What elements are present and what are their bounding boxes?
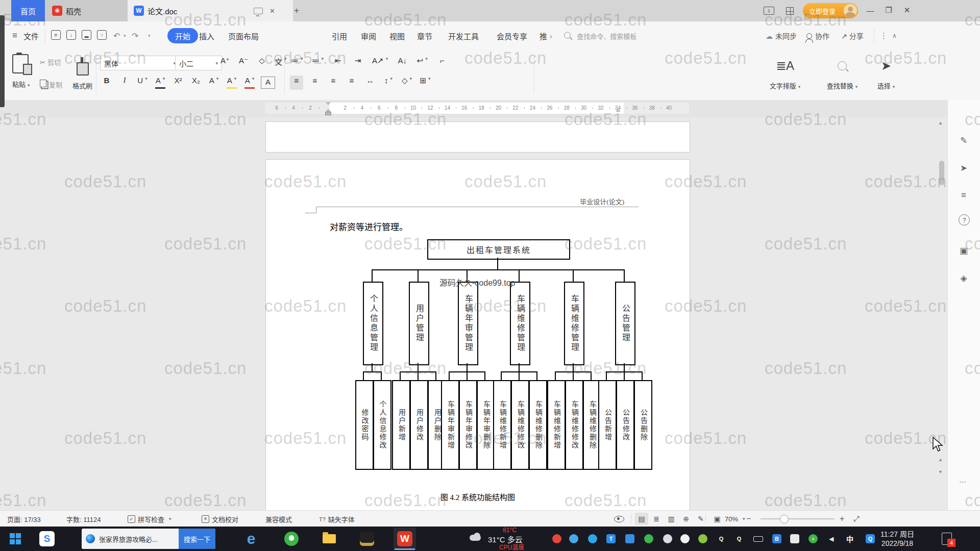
text-effects-icon[interactable]: A↗▾ bbox=[371, 56, 389, 70]
command-search[interactable]: 查找命令、搜索模板 bbox=[564, 31, 636, 41]
restore-button[interactable]: ❐ bbox=[880, 0, 897, 20]
vertical-scrollbar[interactable] bbox=[939, 161, 944, 185]
sogou-input-app[interactable]: S bbox=[36, 528, 58, 550]
undo-caret-icon[interactable]: ▾ bbox=[124, 33, 126, 38]
borders-icon[interactable]: ⊞▾ bbox=[419, 76, 432, 90]
page-up-icon[interactable]: ▲ bbox=[938, 457, 943, 462]
menu-item-7[interactable]: 开发工具 bbox=[448, 31, 479, 41]
document-canvas[interactable]: 毕业设计(论文) 对薪资等进行管理。 出租车管理系统个人信息管理修改密码个人信息… bbox=[0, 117, 947, 510]
sort-icon[interactable]: A↓ bbox=[396, 56, 409, 70]
missing-fonts-button[interactable]: 缺失字体 bbox=[319, 511, 355, 527]
copy-button[interactable]: 复制 bbox=[40, 80, 62, 89]
distribute-icon[interactable]: ↔ bbox=[363, 76, 377, 90]
zoom-in-button[interactable]: + bbox=[840, 511, 844, 527]
monitor-icon[interactable] bbox=[254, 8, 263, 14]
tray-qq-icon[interactable]: Q bbox=[717, 534, 726, 543]
subscript-icon[interactable]: X₂ bbox=[189, 76, 203, 90]
window-switch-icon[interactable]: 1 bbox=[764, 7, 774, 15]
tray-bluetooth-icon[interactable]: B bbox=[772, 534, 781, 543]
menu-item-8[interactable]: 会员专享 bbox=[497, 31, 527, 41]
text-layout-button[interactable]: ≣A 文字排版▾ bbox=[766, 55, 804, 90]
tab-home[interactable]: 首页 bbox=[11, 0, 45, 21]
right-indent-marker[interactable] bbox=[616, 109, 621, 112]
menu-item-start-active[interactable]: 开始 bbox=[167, 28, 198, 43]
font-size-select[interactable]: 小二▾ bbox=[175, 56, 222, 70]
tray-tim-icon[interactable]: T bbox=[606, 534, 616, 543]
undo-icon[interactable]: ↶ bbox=[113, 31, 120, 41]
print-preview-icon[interactable] bbox=[97, 30, 107, 41]
export-icon[interactable] bbox=[66, 30, 76, 41]
zoom-value[interactable]: 70%▾ bbox=[725, 511, 745, 527]
tray-shield-icon[interactable] bbox=[625, 534, 634, 543]
print-icon[interactable] bbox=[82, 30, 91, 41]
bookmark-tool-icon[interactable]: ◈ bbox=[955, 269, 972, 287]
bold-icon[interactable]: B bbox=[100, 76, 113, 90]
menu-item-4[interactable]: 审阅 bbox=[361, 31, 376, 41]
tray-green-app-icon[interactable] bbox=[644, 534, 653, 543]
fit-page-button[interactable]: ▣ bbox=[710, 511, 724, 527]
wrap-icon[interactable]: ↩▾ bbox=[415, 56, 429, 70]
cut-button[interactable]: ✂剪切 bbox=[40, 57, 61, 67]
tray-qq2-icon[interactable]: Q bbox=[734, 534, 744, 543]
green-browser-app[interactable] bbox=[280, 528, 303, 550]
ie-browser-app[interactable]: e bbox=[240, 528, 262, 550]
minimize-button[interactable]: — bbox=[862, 0, 879, 20]
collapsed-side-handle[interactable] bbox=[0, 15, 5, 107]
word-count[interactable]: 字数: 11124 bbox=[66, 511, 101, 527]
bullets-icon[interactable]: ≔▾ bbox=[290, 56, 304, 70]
justify-icon[interactable]: ≡ bbox=[345, 76, 358, 90]
menu-item-6[interactable]: 章节 bbox=[417, 31, 432, 41]
sync-status[interactable]: ☁未同步 bbox=[766, 31, 797, 41]
spell-check-toggle[interactable]: 拼写检查▾ bbox=[128, 511, 172, 527]
menu-item-1[interactable]: 插入 bbox=[199, 31, 214, 41]
wps-writer-app[interactable]: W bbox=[394, 528, 416, 550]
close-button[interactable]: ✕ bbox=[898, 0, 916, 20]
tab-ruler-icon[interactable]: ⌐ bbox=[435, 56, 449, 70]
tray-battery-icon[interactable] bbox=[753, 536, 763, 542]
fullscreen-button[interactable]: ⤢ bbox=[853, 511, 860, 527]
align-right-icon[interactable]: ≡ bbox=[327, 76, 340, 90]
left-indent-marker[interactable] bbox=[325, 112, 331, 115]
menu-item-5[interactable]: 视图 bbox=[389, 31, 405, 41]
page-down-icon[interactable]: ▼ bbox=[938, 469, 943, 474]
view-book-icon[interactable]: ▥ bbox=[665, 513, 678, 525]
taskbar-search-button[interactable]: 搜索一下 bbox=[179, 529, 215, 549]
proofread-button[interactable]: 文档校对 bbox=[202, 511, 238, 527]
menu-item-9[interactable]: 推 bbox=[540, 31, 547, 41]
pinyin-guide-icon[interactable]: 文▾ bbox=[274, 56, 288, 70]
underline-icon[interactable]: U▾ bbox=[136, 76, 149, 90]
char-border-icon[interactable]: A bbox=[261, 77, 275, 89]
tab-document[interactable]: W 论文.doc ✕ bbox=[128, 0, 293, 21]
zoom-out-button[interactable]: − bbox=[746, 511, 751, 527]
eye-protect-toggle[interactable] bbox=[614, 511, 624, 527]
more-tools-icon[interactable]: ⋯ bbox=[959, 478, 966, 486]
tray-360-icon[interactable]: + bbox=[808, 534, 818, 543]
select-button[interactable]: ➤ 选择▾ bbox=[871, 55, 901, 90]
adjust-tool-icon[interactable]: ≡ bbox=[955, 187, 972, 204]
menu-item-3[interactable]: 引用 bbox=[332, 31, 347, 41]
grow-font-icon[interactable]: A⁺ bbox=[218, 56, 232, 70]
annotate-pen-icon[interactable]: ✎ bbox=[955, 132, 972, 149]
shading-icon[interactable]: ◇▾ bbox=[400, 76, 413, 90]
start-button[interactable] bbox=[4, 528, 27, 550]
tray-ime-icon[interactable]: 中 bbox=[845, 534, 854, 543]
paste-button[interactable]: 粘贴▾ bbox=[12, 54, 30, 89]
tray-usb-icon[interactable] bbox=[790, 534, 799, 543]
taskbar-clock[interactable]: 11:27 周日 2022/9/18 bbox=[874, 530, 921, 548]
first-line-indent-marker[interactable] bbox=[326, 102, 331, 105]
collaborate-button[interactable]: 协作 bbox=[806, 31, 829, 41]
align-left-icon[interactable]: ≡ bbox=[290, 76, 303, 90]
tray-bell-icon[interactable] bbox=[680, 534, 690, 543]
tray-telegram-icon[interactable] bbox=[588, 534, 597, 543]
screenshot-ocr-icon[interactable]: ▣ bbox=[955, 242, 972, 259]
tray-app-icon[interactable] bbox=[569, 534, 578, 543]
redo-caret-icon[interactable]: ▾ bbox=[148, 33, 151, 38]
select-cursor-icon[interactable]: ➤ bbox=[955, 159, 972, 177]
zoom-slider-knob[interactable] bbox=[780, 515, 789, 523]
line-spacing-icon[interactable]: ↕▾ bbox=[382, 76, 395, 90]
indent-icon[interactable]: ⇥ bbox=[351, 56, 364, 70]
superscript-icon[interactable]: X² bbox=[172, 76, 185, 90]
menu-overflow-icon[interactable]: › bbox=[550, 32, 552, 40]
clear-format-icon[interactable]: ◇ bbox=[255, 56, 268, 70]
italic-icon[interactable]: I bbox=[118, 76, 131, 90]
